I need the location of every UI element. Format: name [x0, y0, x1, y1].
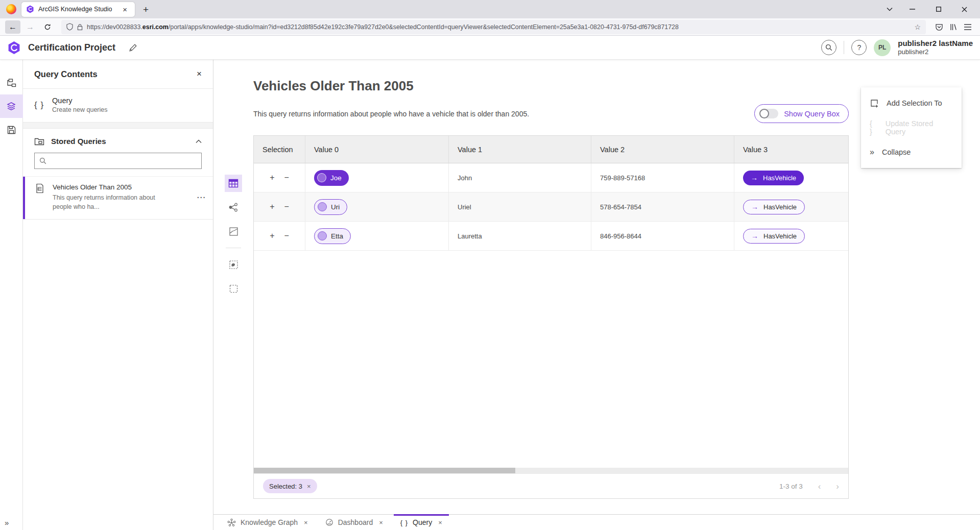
tab-close-icon[interactable]: × [379, 519, 383, 526]
list-tabs-chevron-icon[interactable] [881, 3, 898, 16]
remove-selection-icon[interactable]: − [284, 203, 289, 211]
browser-tab[interactable]: ArcGIS Knowledge Studio × [21, 2, 135, 17]
tab-close-icon[interactable]: × [304, 519, 308, 526]
map-view-button[interactable] [225, 223, 242, 240]
stored-queries-title: Stored Queries [51, 137, 189, 146]
expand-panel-button[interactable]: » [5, 518, 9, 527]
next-page-icon[interactable]: › [836, 482, 839, 491]
add-to-map-button[interactable] [225, 256, 242, 273]
forward-button[interactable]: → [22, 20, 38, 34]
tab-close-icon[interactable]: × [438, 519, 442, 526]
add-selection-icon[interactable]: + [270, 232, 274, 240]
selection-frame-button[interactable] [225, 280, 242, 297]
project-title: Certification Project [28, 42, 115, 53]
horizontal-scrollbar[interactable] [254, 468, 848, 473]
browser-tab-strip: ArcGIS Knowledge Studio × + [0, 0, 980, 18]
add-selection-icon[interactable]: + [270, 203, 274, 211]
rail-item-contents[interactable] [0, 94, 23, 118]
user-username: publisher2 [898, 48, 973, 56]
arcgis-favicon-icon [26, 5, 34, 13]
save-icon [7, 125, 16, 135]
user-info[interactable]: publisher2 lastName publisher2 [898, 39, 973, 57]
search-button[interactable] [821, 40, 836, 55]
user-name: publisher2 lastName [898, 39, 973, 49]
selected-count-chip[interactable]: Selected: 3 × [263, 479, 317, 493]
lock-icon[interactable] [77, 23, 83, 31]
menu-item-add-selection-to[interactable]: Add Selection To [861, 91, 962, 115]
stored-query-more-icon[interactable]: ⋯ [197, 192, 206, 203]
firefox-logo-icon[interactable] [6, 4, 16, 14]
menu-item-update-stored-query[interactable]: { } Update Stored Query [861, 115, 962, 140]
window-close-button[interactable] [953, 2, 976, 17]
menu-hamburger-icon[interactable] [964, 23, 972, 31]
stored-query-item[interactable]: Vehicles Older Than 2005 This query retu… [23, 176, 213, 220]
browser-tab-title: ArcGIS Knowledge Studio [38, 6, 115, 13]
entity-dot-icon [318, 231, 327, 240]
browser-nav-bar: ← → https://dev0028833.esri.com/portal/a… [0, 18, 980, 36]
library-icon[interactable] [949, 23, 958, 31]
add-selection-icon[interactable]: + [270, 174, 274, 182]
help-button[interactable]: ? [851, 40, 867, 55]
pocket-icon[interactable] [935, 23, 943, 31]
toolbar-divider [226, 248, 241, 248]
query-description: This query returns information about peo… [253, 110, 754, 118]
entity-label: Uri [331, 203, 340, 211]
clear-selection-icon[interactable]: × [307, 483, 311, 490]
tab-query[interactable]: { } Query × [392, 515, 451, 530]
entity-pill[interactable]: Etta [314, 228, 351, 244]
rail-item-save[interactable] [0, 118, 23, 141]
left-icon-rail: » [0, 60, 23, 530]
tracking-shield-icon[interactable] [66, 23, 73, 31]
show-query-box-toggle[interactable]: Show Query Box [754, 104, 849, 123]
previous-page-icon[interactable]: ‹ [818, 482, 821, 491]
stored-query-doc-icon [35, 183, 45, 194]
query-item[interactable]: { } Query Create new queries [23, 89, 213, 122]
relationship-pill[interactable]: → HasVehicle [743, 229, 805, 244]
link-chart-view-button[interactable] [225, 199, 242, 216]
relationship-label: HasVehicle [763, 203, 797, 211]
search-input[interactable] [51, 157, 197, 165]
layers-icon [6, 101, 16, 111]
edit-title-pencil-icon[interactable] [129, 43, 137, 52]
panel-close-icon[interactable]: × [197, 69, 202, 79]
query-contents-panel: Query Contents × { } Query Create new qu… [23, 60, 213, 530]
stored-queries-search[interactable] [34, 153, 202, 169]
remove-selection-icon[interactable]: − [284, 232, 289, 240]
search-icon [39, 157, 46, 164]
relationship-label: HasVehicle [763, 174, 796, 182]
relationship-pill[interactable]: → HasVehicle [743, 200, 805, 214]
query-item-subtitle: Create new queries [52, 106, 107, 113]
pagination: 1-3 of 3 ‹ › [779, 482, 839, 491]
selection-context-menu: Add Selection To { } Update Stored Query… [861, 87, 962, 168]
menu-item-collapse[interactable]: » Collapse [861, 140, 962, 164]
tab-dashboard[interactable]: Dashboard × [317, 515, 392, 530]
window-maximize-button[interactable] [927, 2, 950, 17]
cell-value1: Lauretta [449, 222, 591, 250]
new-tab-button[interactable]: + [140, 4, 152, 15]
url-bar[interactable]: https://dev0028833.esri.com/portal/apps/… [61, 20, 926, 34]
stored-queries-header[interactable]: Stored Queries [23, 129, 213, 151]
window-minimize-button[interactable] [901, 2, 924, 17]
tab-close-icon[interactable]: × [119, 5, 130, 14]
toggle-switch[interactable] [759, 109, 778, 118]
bookmark-star-icon[interactable]: ☆ [914, 23, 921, 31]
tab-label: Query [413, 518, 432, 526]
cell-value2: 759-889-57168 [591, 163, 734, 192]
table-view-button[interactable] [225, 175, 242, 192]
view-toolbar [213, 135, 253, 499]
relationship-pill[interactable]: → HasVehicle [743, 171, 804, 185]
tab-knowledge-graph[interactable]: Knowledge Graph × [219, 515, 317, 530]
entity-pill[interactable]: Joe [314, 170, 349, 186]
query-results-table: Selection Value 0 Value 1 Value 2 Value … [253, 135, 849, 499]
remove-selection-icon[interactable]: − [284, 174, 289, 182]
column-header-value0: Value 0 [305, 136, 449, 163]
user-avatar[interactable]: PL [874, 39, 891, 56]
scrollbar-thumb[interactable] [254, 468, 515, 473]
rail-item-data-model[interactable] [0, 71, 23, 94]
column-header-value1: Value 1 [449, 136, 591, 163]
reload-button[interactable] [40, 20, 55, 34]
back-button[interactable]: ← [5, 20, 20, 34]
main-content: Vehicles Older Than 2005 This query retu… [213, 60, 980, 530]
entity-pill[interactable]: Uri [314, 199, 347, 215]
chevron-up-icon[interactable] [196, 139, 202, 143]
